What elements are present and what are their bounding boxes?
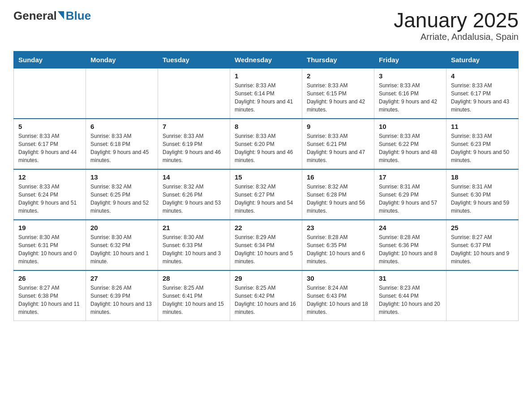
day-number: 12 xyxy=(18,173,81,181)
weekday-header-saturday: Saturday xyxy=(446,51,519,68)
calendar-title: January 2025 xyxy=(394,9,519,32)
calendar-cell: 15Sunrise: 8:32 AMSunset: 6:27 PMDayligh… xyxy=(230,169,302,220)
day-info: Sunrise: 8:24 AMSunset: 6:43 PMDaylight:… xyxy=(307,284,369,316)
calendar-cell: 18Sunrise: 8:31 AMSunset: 6:30 PMDayligh… xyxy=(446,169,519,220)
day-number: 26 xyxy=(18,274,81,282)
weekday-header-wednesday: Wednesday xyxy=(230,51,302,68)
calendar-cell: 6Sunrise: 8:33 AMSunset: 6:18 PMDaylight… xyxy=(86,119,158,169)
day-number: 21 xyxy=(163,224,225,231)
day-info: Sunrise: 8:25 AMSunset: 6:42 PMDaylight:… xyxy=(235,284,297,316)
day-number: 11 xyxy=(451,123,514,130)
calendar-cell: 3Sunrise: 8:33 AMSunset: 6:16 PMDaylight… xyxy=(374,68,446,119)
day-info: Sunrise: 8:29 AMSunset: 6:34 PMDaylight:… xyxy=(235,233,297,265)
calendar-subtitle: Arriate, Andalusia, Spain xyxy=(394,32,519,42)
calendar-cell: 21Sunrise: 8:30 AMSunset: 6:33 PMDayligh… xyxy=(158,220,230,270)
day-number: 8 xyxy=(235,123,297,130)
day-number: 30 xyxy=(307,274,369,282)
calendar-cell xyxy=(14,68,86,119)
day-info: Sunrise: 8:33 AMSunset: 6:16 PMDaylight:… xyxy=(379,81,442,114)
weekday-header-sunday: Sunday xyxy=(14,51,86,68)
day-number: 23 xyxy=(307,224,369,231)
calendar-header: SundayMondayTuesdayWednesdayThursdayFrid… xyxy=(14,51,519,68)
day-number: 24 xyxy=(379,224,442,231)
day-number: 9 xyxy=(307,123,369,130)
week-row-1: 1Sunrise: 8:33 AMSunset: 6:14 PMDaylight… xyxy=(14,68,519,119)
calendar-cell: 23Sunrise: 8:28 AMSunset: 6:35 PMDayligh… xyxy=(302,220,374,270)
day-info: Sunrise: 8:26 AMSunset: 6:39 PMDaylight:… xyxy=(90,284,153,316)
calendar-table: SundayMondayTuesdayWednesdayThursdayFrid… xyxy=(13,51,519,321)
day-info: Sunrise: 8:33 AMSunset: 6:19 PMDaylight:… xyxy=(163,132,225,164)
day-info: Sunrise: 8:25 AMSunset: 6:41 PMDaylight:… xyxy=(163,284,225,316)
calendar-cell: 5Sunrise: 8:33 AMSunset: 6:17 PMDaylight… xyxy=(14,119,86,169)
calendar-cell: 22Sunrise: 8:29 AMSunset: 6:34 PMDayligh… xyxy=(230,220,302,270)
day-info: Sunrise: 8:30 AMSunset: 6:32 PMDaylight:… xyxy=(90,233,153,265)
day-number: 4 xyxy=(451,72,514,80)
day-info: Sunrise: 8:33 AMSunset: 6:18 PMDaylight:… xyxy=(90,132,153,164)
calendar-cell: 24Sunrise: 8:28 AMSunset: 6:36 PMDayligh… xyxy=(374,220,446,270)
day-number: 31 xyxy=(379,274,442,282)
day-number: 27 xyxy=(90,274,153,282)
day-info: Sunrise: 8:33 AMSunset: 6:23 PMDaylight:… xyxy=(451,132,514,164)
day-info: Sunrise: 8:31 AMSunset: 6:30 PMDaylight:… xyxy=(451,183,514,215)
day-info: Sunrise: 8:32 AMSunset: 6:27 PMDaylight:… xyxy=(235,183,297,215)
day-info: Sunrise: 8:33 AMSunset: 6:14 PMDaylight:… xyxy=(235,81,297,114)
calendar-cell: 31Sunrise: 8:23 AMSunset: 6:44 PMDayligh… xyxy=(374,270,446,321)
day-number: 17 xyxy=(379,173,442,181)
day-number: 29 xyxy=(235,274,297,282)
logo-general-text: General xyxy=(13,9,57,23)
day-number: 22 xyxy=(235,224,297,231)
calendar-cell: 12Sunrise: 8:33 AMSunset: 6:24 PMDayligh… xyxy=(14,169,86,220)
day-number: 19 xyxy=(18,224,81,231)
weekday-header-tuesday: Tuesday xyxy=(158,51,230,68)
day-number: 16 xyxy=(307,173,369,181)
calendar-cell: 14Sunrise: 8:32 AMSunset: 6:26 PMDayligh… xyxy=(158,169,230,220)
day-info: Sunrise: 8:33 AMSunset: 6:24 PMDaylight:… xyxy=(18,183,81,215)
day-number: 3 xyxy=(379,72,442,80)
calendar-cell: 26Sunrise: 8:27 AMSunset: 6:38 PMDayligh… xyxy=(14,270,86,321)
day-number: 2 xyxy=(307,72,369,80)
day-number: 1 xyxy=(235,72,297,80)
calendar-cell: 1Sunrise: 8:33 AMSunset: 6:14 PMDaylight… xyxy=(230,68,302,119)
day-number: 28 xyxy=(163,274,225,282)
day-info: Sunrise: 8:33 AMSunset: 6:21 PMDaylight:… xyxy=(307,132,369,164)
day-info: Sunrise: 8:33 AMSunset: 6:17 PMDaylight:… xyxy=(18,132,81,164)
calendar-cell: 25Sunrise: 8:27 AMSunset: 6:37 PMDayligh… xyxy=(446,220,519,270)
day-info: Sunrise: 8:31 AMSunset: 6:29 PMDaylight:… xyxy=(379,183,442,215)
day-number: 7 xyxy=(163,123,225,130)
weekday-header-row: SundayMondayTuesdayWednesdayThursdayFrid… xyxy=(14,51,519,68)
day-info: Sunrise: 8:33 AMSunset: 6:20 PMDaylight:… xyxy=(235,132,297,164)
calendar-cell: 19Sunrise: 8:30 AMSunset: 6:31 PMDayligh… xyxy=(14,220,86,270)
week-row-2: 5Sunrise: 8:33 AMSunset: 6:17 PMDaylight… xyxy=(14,119,519,169)
calendar-cell: 2Sunrise: 8:33 AMSunset: 6:15 PMDaylight… xyxy=(302,68,374,119)
day-info: Sunrise: 8:23 AMSunset: 6:44 PMDaylight:… xyxy=(379,284,442,316)
calendar-cell xyxy=(158,68,230,119)
calendar-cell: 9Sunrise: 8:33 AMSunset: 6:21 PMDaylight… xyxy=(302,119,374,169)
logo-triangle-icon xyxy=(58,11,64,19)
logo: General Blue xyxy=(13,9,91,23)
day-number: 14 xyxy=(163,173,225,181)
logo-blue-text: Blue xyxy=(66,9,91,23)
day-number: 25 xyxy=(451,224,514,231)
page-header: General Blue January 2025 Arriate, Andal… xyxy=(13,9,519,42)
day-info: Sunrise: 8:33 AMSunset: 6:22 PMDaylight:… xyxy=(379,132,442,164)
day-info: Sunrise: 8:30 AMSunset: 6:31 PMDaylight:… xyxy=(18,233,81,265)
day-number: 20 xyxy=(90,224,153,231)
calendar-cell: 20Sunrise: 8:30 AMSunset: 6:32 PMDayligh… xyxy=(86,220,158,270)
calendar-cell: 28Sunrise: 8:25 AMSunset: 6:41 PMDayligh… xyxy=(158,270,230,321)
weekday-header-monday: Monday xyxy=(86,51,158,68)
calendar-cell: 29Sunrise: 8:25 AMSunset: 6:42 PMDayligh… xyxy=(230,270,302,321)
day-number: 13 xyxy=(90,173,153,181)
day-number: 5 xyxy=(18,123,81,130)
day-number: 6 xyxy=(90,123,153,130)
day-info: Sunrise: 8:32 AMSunset: 6:26 PMDaylight:… xyxy=(163,183,225,215)
day-info: Sunrise: 8:32 AMSunset: 6:25 PMDaylight:… xyxy=(90,183,153,215)
calendar-cell xyxy=(446,270,519,321)
week-row-3: 12Sunrise: 8:33 AMSunset: 6:24 PMDayligh… xyxy=(14,169,519,220)
day-info: Sunrise: 8:27 AMSunset: 6:37 PMDaylight:… xyxy=(451,233,514,265)
day-number: 18 xyxy=(451,173,514,181)
calendar-cell: 16Sunrise: 8:32 AMSunset: 6:28 PMDayligh… xyxy=(302,169,374,220)
calendar-cell: 8Sunrise: 8:33 AMSunset: 6:20 PMDaylight… xyxy=(230,119,302,169)
weekday-header-friday: Friday xyxy=(374,51,446,68)
calendar-cell: 17Sunrise: 8:31 AMSunset: 6:29 PMDayligh… xyxy=(374,169,446,220)
calendar-cell: 11Sunrise: 8:33 AMSunset: 6:23 PMDayligh… xyxy=(446,119,519,169)
